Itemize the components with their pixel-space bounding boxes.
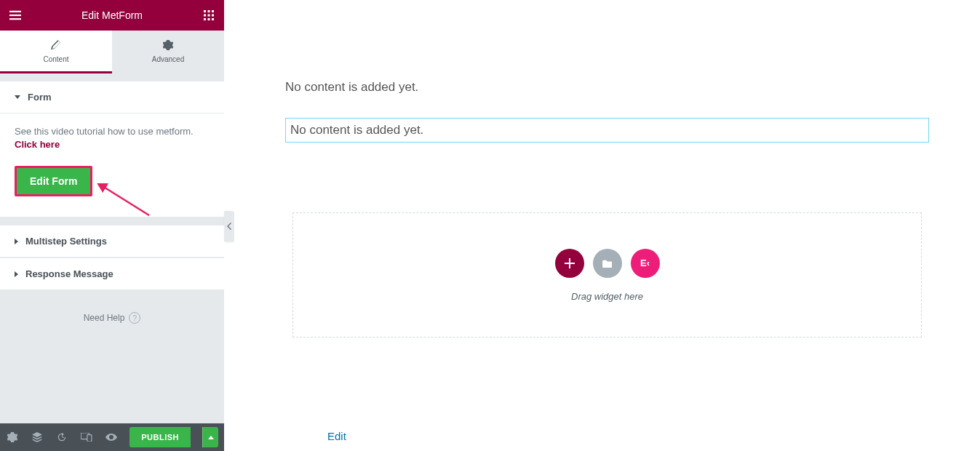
settings-icon[interactable] [6, 431, 19, 444]
edit-link[interactable]: Edit [327, 430, 346, 442]
divider [0, 217, 224, 226]
section-form-body: See this video tutorial how to use metfo… [0, 113, 224, 217]
svg-rect-13 [87, 435, 92, 442]
editor-canvas: No content is added yet. No content is a… [234, 0, 980, 451]
widget-dropzone[interactable]: E‹ Drag widget here [292, 212, 922, 338]
svg-rect-3 [204, 10, 206, 12]
preview-icon[interactable] [105, 431, 118, 444]
svg-rect-8 [212, 15, 214, 17]
caret-right-icon [15, 239, 18, 244]
help-text-prefix: See this video tutorial how to use metfo… [15, 126, 194, 137]
divider [0, 73, 224, 81]
svg-rect-15 [565, 263, 575, 264]
svg-rect-10 [208, 18, 210, 20]
svg-rect-2 [9, 18, 21, 20]
section-multistep-header[interactable]: Multistep Settings [0, 226, 224, 258]
svg-rect-1 [9, 15, 21, 16]
gear-icon [163, 40, 173, 52]
edit-form-button[interactable]: Edit Form [15, 166, 92, 196]
bottom-toolbar: PUBLISH [0, 423, 224, 451]
collapse-sidebar-handle[interactable] [224, 211, 234, 242]
elementskit-button[interactable]: E‹ [631, 249, 660, 278]
caret-up-icon [208, 436, 214, 439]
panel-sections: Form See this video tutorial how to use … [0, 73, 224, 423]
section-title: Multistep Settings [25, 236, 107, 247]
svg-rect-4 [208, 10, 210, 12]
add-section-button[interactable] [555, 249, 584, 278]
dropzone-hint: Drag widget here [571, 291, 643, 302]
need-help[interactable]: Need Help ? [0, 290, 224, 346]
publish-button[interactable]: PUBLISH [130, 427, 191, 447]
help-link[interactable]: Click here [15, 139, 60, 150]
section-response-header[interactable]: Response Message [0, 258, 224, 290]
section-title: Form [28, 92, 52, 103]
tab-label: Content [43, 55, 68, 63]
svg-rect-9 [204, 18, 206, 20]
empty-message: No content is added yet. [285, 80, 929, 95]
svg-rect-6 [204, 15, 206, 17]
history-icon[interactable] [55, 431, 68, 444]
menu-icon[interactable] [9, 9, 22, 22]
dropzone-actions: E‹ [555, 249, 660, 278]
caret-down-icon [15, 95, 20, 99]
tab-content[interactable]: Content [0, 31, 112, 73]
svg-rect-0 [9, 11, 21, 12]
svg-rect-5 [212, 10, 214, 12]
pencil-icon [51, 40, 61, 52]
section-form-header[interactable]: Form [0, 81, 224, 113]
template-library-button[interactable] [593, 249, 622, 278]
sidebar-header: Edit MetForm [0, 0, 224, 31]
sidebar-tabs: Content Advanced [0, 31, 224, 73]
layers-icon[interactable] [31, 431, 44, 444]
content-area: No content is added yet. No content is a… [234, 0, 980, 338]
sidebar-title: Edit MetForm [22, 9, 202, 21]
section-title: Response Message [25, 268, 113, 279]
svg-rect-7 [208, 15, 210, 17]
selected-widget[interactable]: No content is added yet. [285, 118, 929, 143]
tab-label: Advanced [152, 55, 184, 63]
apps-icon[interactable] [202, 9, 215, 22]
tab-advanced[interactable]: Advanced [112, 31, 224, 73]
question-icon: ? [129, 312, 140, 324]
publish-options-button[interactable] [202, 427, 218, 447]
svg-rect-11 [212, 18, 214, 20]
caret-right-icon [15, 271, 18, 277]
need-help-label: Need Help [84, 313, 125, 323]
responsive-icon[interactable] [80, 431, 93, 444]
help-text: See this video tutorial how to use metfo… [15, 125, 210, 151]
sidebar-panel: Edit MetForm Content Advanced Form See t [0, 0, 224, 451]
